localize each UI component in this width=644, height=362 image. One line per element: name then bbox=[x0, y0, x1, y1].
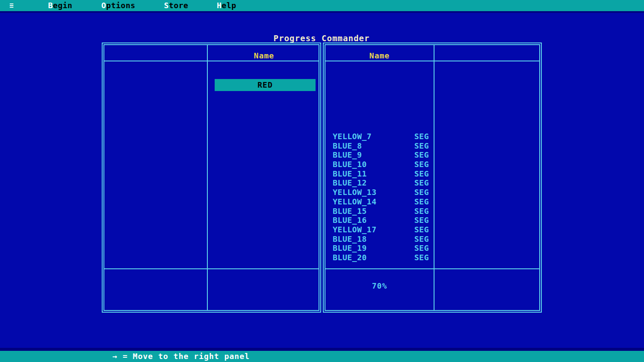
file-name: BLUE_19 bbox=[333, 243, 367, 253]
file-ext: SEG bbox=[414, 197, 429, 207]
app-title: Progress Commander bbox=[236, 34, 407, 43]
file-ext: SEG bbox=[414, 132, 429, 141]
menu-label-rest: tore bbox=[169, 1, 188, 10]
file-name: BLUE_11 bbox=[333, 169, 367, 179]
file-row[interactable]: BLUE_8SEG bbox=[333, 141, 429, 151]
file-ext: SEG bbox=[414, 150, 429, 160]
file-name: YELLOW_13 bbox=[333, 188, 377, 197]
file-name: BLUE_9 bbox=[333, 150, 362, 160]
left-panel-status-divider bbox=[104, 268, 319, 269]
file-row[interactable]: BLUE_15SEG bbox=[333, 207, 429, 216]
file-name: BLUE_12 bbox=[333, 178, 367, 188]
menu-hotkey: H bbox=[217, 1, 222, 10]
menu-hotkey: S bbox=[164, 1, 169, 10]
status-hint: → = Move to the right panel bbox=[112, 351, 250, 362]
file-ext: SEG bbox=[414, 160, 429, 169]
file-name: BLUE_10 bbox=[333, 160, 367, 169]
file-ext: SEG bbox=[414, 188, 429, 197]
menu-label-rest: elp bbox=[222, 1, 236, 10]
file-row[interactable]: BLUE_12SEG bbox=[333, 178, 429, 188]
file-ext: SEG bbox=[414, 253, 429, 262]
file-row[interactable]: BLUE_9SEG bbox=[333, 150, 429, 160]
right-panel-name-header: Name bbox=[326, 52, 433, 60]
file-ext: SEG bbox=[414, 169, 429, 179]
left-panel-column-divider bbox=[207, 45, 208, 310]
file-name: YELLOW_14 bbox=[333, 197, 377, 207]
menu-item-help[interactable]: Help bbox=[217, 0, 236, 11]
right-panel: Name YELLOW_7SEGBLUE_8SEGBLUE_9SEGBLUE_1… bbox=[323, 43, 542, 313]
status-bar: → = Move to the right panel bbox=[0, 348, 644, 362]
menu-hotkey: O bbox=[101, 1, 106, 10]
file-list: YELLOW_7SEGBLUE_8SEGBLUE_9SEGBLUE_10SEGB… bbox=[333, 132, 429, 262]
file-name: BLUE_18 bbox=[333, 234, 367, 244]
right-panel-header-divider bbox=[325, 61, 539, 61]
file-ext: SEG bbox=[414, 243, 429, 253]
file-ext: SEG bbox=[414, 234, 429, 244]
file-row[interactable]: BLUE_11SEG bbox=[333, 169, 429, 179]
progress-commander-screen: ≡ Begin Options Store Help Progress Comm… bbox=[0, 0, 644, 362]
left-panel-name-header: Name bbox=[209, 52, 319, 60]
menu-label-rest: ptions bbox=[106, 1, 135, 10]
menu-bar: ≡ Begin Options Store Help bbox=[0, 0, 644, 13]
file-row[interactable]: YELLOW_7SEG bbox=[333, 132, 429, 141]
file-name: BLUE_8 bbox=[333, 141, 362, 151]
file-row[interactable]: BLUE_19SEG bbox=[333, 243, 429, 253]
file-ext: SEG bbox=[414, 178, 429, 188]
right-panel-status-divider bbox=[325, 268, 539, 269]
menu-item-store[interactable]: Store bbox=[164, 0, 188, 11]
file-ext: SEG bbox=[414, 225, 429, 234]
file-row[interactable]: YELLOW_14SEG bbox=[333, 197, 429, 207]
selected-file-red[interactable]: RED bbox=[215, 79, 316, 91]
right-panel-column-divider bbox=[434, 45, 434, 310]
panel-progress-status: 70% bbox=[326, 281, 433, 291]
menu-item-options[interactable]: Options bbox=[101, 0, 135, 11]
file-row[interactable]: YELLOW_17SEG bbox=[333, 225, 429, 234]
file-row[interactable]: BLUE_18SEG bbox=[333, 234, 429, 244]
menu-label-rest: egin bbox=[53, 1, 72, 10]
file-name: BLUE_16 bbox=[333, 216, 367, 225]
left-panel-header-divider bbox=[104, 61, 319, 61]
file-row[interactable]: BLUE_10SEG bbox=[333, 160, 429, 169]
file-row[interactable]: BLUE_16SEG bbox=[333, 216, 429, 225]
file-name: YELLOW_17 bbox=[333, 225, 377, 234]
file-row[interactable]: BLUE_20SEG bbox=[333, 253, 429, 262]
hamburger-menu-icon[interactable]: ≡ bbox=[9, 0, 14, 11]
left-panel: Name RED bbox=[102, 43, 321, 313]
file-row[interactable]: YELLOW_13SEG bbox=[333, 188, 429, 197]
file-name: BLUE_15 bbox=[333, 207, 367, 216]
file-ext: SEG bbox=[414, 216, 429, 225]
file-ext: SEG bbox=[414, 207, 429, 216]
file-name: YELLOW_7 bbox=[333, 132, 372, 141]
file-name: BLUE_20 bbox=[333, 253, 367, 262]
file-ext: SEG bbox=[414, 141, 429, 151]
menu-item-begin[interactable]: Begin bbox=[48, 0, 73, 11]
menu-hotkey: B bbox=[48, 1, 53, 10]
